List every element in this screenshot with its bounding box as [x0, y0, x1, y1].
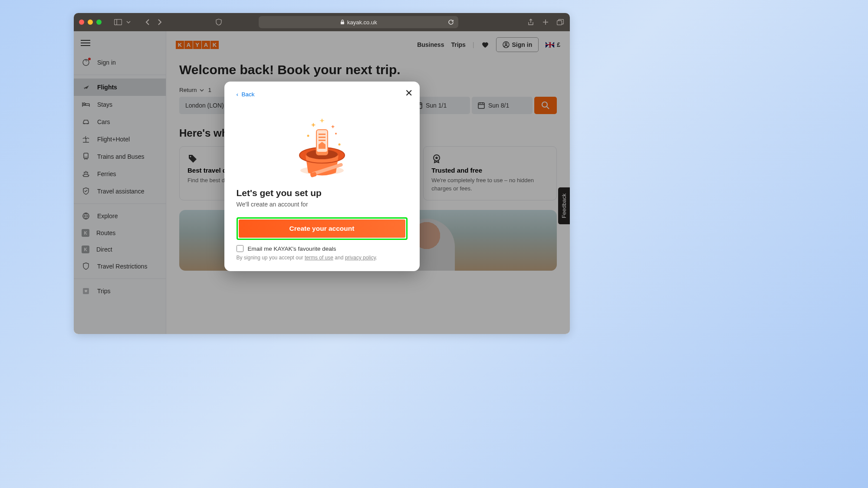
back-link[interactable]: ‹ Back: [237, 91, 408, 98]
maximize-window-icon[interactable]: [96, 20, 102, 25]
browser-window: kayak.co.uk: [74, 13, 570, 334]
svg-rect-25: [319, 134, 326, 135]
url-bar[interactable]: kayak.co.uk: [259, 16, 458, 28]
lock-icon: [340, 20, 345, 25]
svg-point-30: [307, 135, 309, 137]
back-icon[interactable]: [143, 18, 152, 26]
page-body: Sign in Flights Stays Cars Flight+Hotel: [74, 31, 570, 334]
email-deals-checkbox-row[interactable]: Email me KAYAK's favourite deals: [237, 245, 408, 252]
create-account-button[interactable]: Create your account: [239, 219, 405, 238]
modal-title: Let's get you set up: [237, 188, 408, 198]
privacy-link[interactable]: privacy policy: [345, 255, 376, 261]
forward-icon[interactable]: [155, 18, 164, 26]
legal-text: By signing up you accept our terms of us…: [237, 255, 408, 261]
traffic-lights: [79, 20, 102, 25]
magic-hat-illustration: [237, 98, 408, 188]
tabs-icon[interactable]: [556, 18, 565, 26]
terms-link[interactable]: terms of use: [305, 255, 333, 261]
browser-chrome: kayak.co.uk: [74, 13, 570, 31]
svg-rect-27: [319, 140, 326, 141]
sidebar-toggle-icon[interactable]: [114, 18, 122, 26]
close-icon[interactable]: ✕: [405, 88, 413, 99]
share-icon[interactable]: [526, 18, 535, 26]
reload-icon[interactable]: [448, 19, 454, 25]
close-window-icon[interactable]: [79, 20, 84, 25]
svg-rect-3: [557, 21, 562, 25]
new-tab-icon[interactable]: [541, 18, 550, 26]
email-deals-checkbox[interactable]: [237, 245, 243, 252]
svg-rect-0: [115, 20, 122, 25]
svg-point-32: [338, 144, 340, 146]
url-text: kayak.co.uk: [347, 19, 377, 26]
minimize-window-icon[interactable]: [88, 20, 93, 25]
chevron-down-icon[interactable]: [126, 18, 131, 26]
checkbox-label: Email me KAYAK's favourite deals: [248, 246, 336, 252]
cta-highlight: Create your account: [237, 217, 408, 240]
svg-point-31: [335, 133, 337, 134]
svg-rect-26: [319, 137, 326, 138]
shield-icon[interactable]: [214, 18, 223, 26]
signup-modal: ✕ ‹ Back: [224, 82, 420, 271]
modal-subtitle: We'll create an account for: [237, 201, 408, 208]
modal-overlay: ✕ ‹ Back: [74, 31, 570, 334]
svg-rect-2: [341, 22, 344, 24]
